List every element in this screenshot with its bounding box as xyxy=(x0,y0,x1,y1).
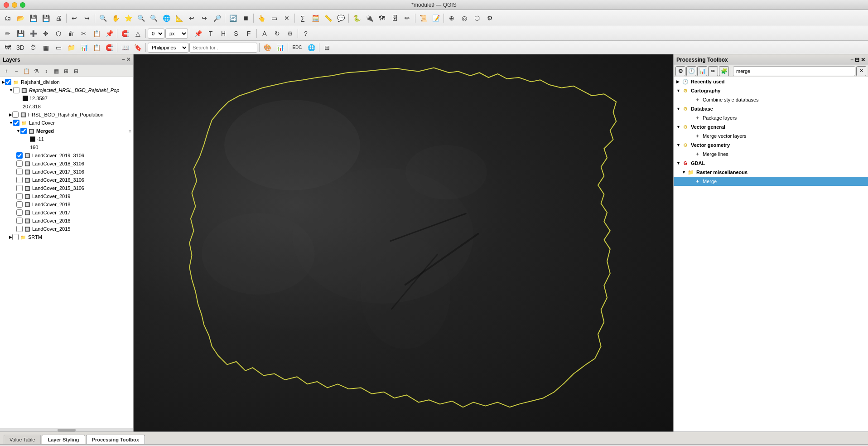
tree-item-raster-misc[interactable]: ▼ 📁 Raster miscellaneous xyxy=(674,168,868,177)
layer-checkbox[interactable] xyxy=(13,120,19,126)
cancel-rendering-button[interactable]: ⏹ xyxy=(240,13,251,24)
layer-checkbox[interactable] xyxy=(16,218,23,224)
zoom-full-button[interactable]: 🌐 xyxy=(160,13,172,24)
topology-button[interactable]: ⬡ xyxy=(471,13,483,24)
close-button[interactable] xyxy=(4,2,9,8)
layer-checkbox[interactable] xyxy=(16,177,23,183)
qgis-server-button[interactable]: 🗺 xyxy=(376,13,388,24)
toolbox-minimize-icon[interactable]: − xyxy=(850,57,854,63)
show-bookmarks-button[interactable]: 🔖 xyxy=(132,42,144,53)
svg-annotation-button[interactable]: S xyxy=(230,28,242,39)
style-manager-button[interactable]: 🎨 xyxy=(261,42,273,53)
pin-annotation-button[interactable]: 📌 xyxy=(192,28,204,39)
decimate-button[interactable]: ◎ xyxy=(458,13,470,24)
browser-toggle-button[interactable]: 📁 xyxy=(65,42,77,53)
layer-checkbox[interactable] xyxy=(5,79,11,85)
plugin-manager-button[interactable]: 🔌 xyxy=(363,13,375,24)
stats-panel-button[interactable]: 📊 xyxy=(274,42,286,53)
measure-button[interactable]: 📏 xyxy=(322,13,334,24)
redo-button[interactable]: ↪ xyxy=(81,13,93,24)
layers-close-icon[interactable]: ✕ xyxy=(126,57,130,63)
list-item[interactable]: 🔲 LandCover_2017 xyxy=(0,208,133,217)
change-label-button[interactable]: ⚙ xyxy=(284,28,296,39)
list-item[interactable]: 🔲 LandCover_2018 xyxy=(0,200,133,208)
map-tips-button[interactable]: 💬 xyxy=(335,13,347,24)
toolbox-results-button[interactable]: 📊 xyxy=(697,66,707,76)
new-spatial-button[interactable]: 🗄 xyxy=(389,13,400,24)
list-item[interactable]: 🔲 LandCover_2016 xyxy=(0,217,133,225)
layers-minimize-icon[interactable]: − xyxy=(122,57,125,63)
results-viewer-button[interactable]: 📊 xyxy=(78,42,90,53)
deselect-button[interactable]: ✕ xyxy=(281,13,293,24)
zoom-next-button[interactable]: ↪ xyxy=(198,13,210,24)
layers-add-button[interactable]: + xyxy=(2,67,11,76)
log-messages-button[interactable]: 📋 xyxy=(91,42,102,53)
tab-processing-toolbox[interactable]: Processing Toolbox xyxy=(86,435,145,444)
layer-checkbox[interactable] xyxy=(13,87,19,93)
list-item[interactable]: 🔲 LandCover_2019_3106 xyxy=(0,151,133,160)
edc-button[interactable]: EDC xyxy=(290,42,304,53)
layer-checkbox[interactable] xyxy=(16,226,23,232)
map-canvas[interactable] xyxy=(134,54,673,431)
toolbox-settings-button[interactable]: ⚙ xyxy=(675,66,685,76)
save-as-button[interactable]: 💾 xyxy=(40,13,52,24)
move-feature-button[interactable]: ✥ xyxy=(40,28,52,39)
layer-checkbox[interactable] xyxy=(16,201,23,208)
cut-features-button[interactable]: ✂ xyxy=(78,28,90,39)
layers-scroll-area[interactable] xyxy=(0,428,133,431)
tree-item-vector-general[interactable]: ▼ ⚙ Vector general xyxy=(674,122,868,131)
layer-checkbox[interactable] xyxy=(12,234,19,240)
python-button[interactable]: 🐍 xyxy=(351,13,362,24)
list-item[interactable]: 🔲 LandCover_2015 xyxy=(0,225,133,233)
zoom-out-button[interactable]: 🔍 xyxy=(148,13,159,24)
list-item[interactable]: ▼ 🔲 Reprojected_HRSL_BGD_Rajshahi_Pop xyxy=(0,86,133,94)
layer-checkbox[interactable] xyxy=(12,112,19,118)
layer-checkbox[interactable] xyxy=(16,152,23,159)
digitizing-button[interactable]: ✏ xyxy=(401,13,413,24)
atlas-button[interactable]: 📜 xyxy=(417,13,429,24)
layers-collapse-button[interactable]: ⊟ xyxy=(72,67,81,76)
stroke-type-combo[interactable]: 0 xyxy=(148,29,164,39)
tree-item-cartography[interactable]: ▼ ⚙ Cartography xyxy=(674,86,868,95)
list-item[interactable]: ▼ 🔲 Merged ≡ xyxy=(0,127,133,135)
layers-open-table-button[interactable]: 📋 xyxy=(22,67,31,76)
map-view-button[interactable]: 🗺 xyxy=(2,42,14,53)
layer-checkbox[interactable] xyxy=(20,128,27,134)
list-item[interactable]: ▶ 📁 Rajshahi_division xyxy=(0,78,133,86)
minimize-button[interactable] xyxy=(12,2,17,8)
select-rect-button[interactable]: ▭ xyxy=(268,13,280,24)
toolbox-search-input[interactable] xyxy=(733,66,855,76)
list-item[interactable]: 🔲 LandCover_2019 xyxy=(0,192,133,200)
select-button[interactable]: 👆 xyxy=(256,13,267,24)
node-tool-button[interactable]: ⬡ xyxy=(53,28,64,39)
list-item[interactable]: 🔲 LandCover_2016_3106 xyxy=(0,176,133,184)
list-item[interactable]: 🔲 LandCover_2015_3106 xyxy=(0,184,133,192)
extra-button[interactable]: 🌐 xyxy=(305,42,317,53)
bookmark-button[interactable]: 📖 xyxy=(119,42,131,53)
open-project-button[interactable]: 📂 xyxy=(14,13,26,24)
identify-button[interactable]: 🔍 xyxy=(97,13,109,24)
layers-filter-button[interactable]: ⚗ xyxy=(32,67,41,76)
move-label-button[interactable]: A xyxy=(259,28,270,39)
annotation-button[interactable]: 📝 xyxy=(430,13,442,24)
list-item[interactable]: ▶ 🔲 HRSL_BGD_Rajshahi_Population xyxy=(0,111,133,119)
calculator-button[interactable]: 🧮 xyxy=(309,13,321,24)
tree-item-combine-style[interactable]: ✦ Combine style databases xyxy=(674,95,868,104)
zoom-prev-button[interactable]: ↩ xyxy=(186,13,198,24)
stroke-unit-combo[interactable]: px xyxy=(165,29,188,39)
overview-toggle-button[interactable]: ▭ xyxy=(53,42,64,53)
layer-checkbox[interactable] xyxy=(16,209,23,216)
toolbox-history-button[interactable]: 🕐 xyxy=(686,66,696,76)
help-button[interactable]: ? xyxy=(300,28,312,39)
processing-button[interactable]: ⚙ xyxy=(484,13,496,24)
layer-checkbox[interactable] xyxy=(16,185,23,191)
coordinate-capture-button[interactable]: ⊕ xyxy=(446,13,458,24)
layer-checkbox[interactable] xyxy=(16,193,23,199)
delete-selected-button[interactable]: 🗑 xyxy=(65,28,77,39)
tree-item-merge[interactable]: ✦ Merge xyxy=(674,177,868,186)
tree-item-merge-lines[interactable]: ✦ Merge lines xyxy=(674,150,868,159)
tree-item-merge-vector[interactable]: ✦ Merge vector layers xyxy=(674,131,868,141)
search-input[interactable] xyxy=(189,43,257,53)
tree-item-database[interactable]: ▼ ⚙ Database xyxy=(674,104,868,113)
add-feature-button[interactable]: ➕ xyxy=(27,28,39,39)
